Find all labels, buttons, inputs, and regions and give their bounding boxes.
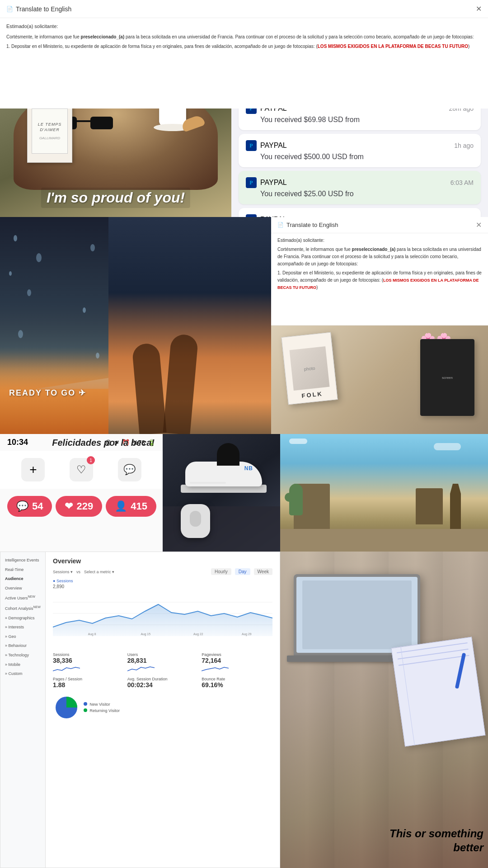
- book-title: LE TEMPS D'AIMER: [32, 122, 67, 133]
- comment-icon: 💬: [16, 500, 28, 512]
- followers-pill: 👤 415: [106, 496, 156, 517]
- stat-users: Users 28,831: [127, 652, 198, 673]
- sidebar-overview[interactable]: Overview: [4, 584, 42, 593]
- stat-bounce: Bounce Rate 69.16%: [202, 677, 272, 689]
- overview-title: Overview: [53, 557, 272, 565]
- sidebar-active-users[interactable]: Active UsersNEW: [4, 593, 42, 603]
- translate-step1: 1. Depositar en el Ministerio, su expedi…: [6, 43, 482, 50]
- stat-duration: Avg. Session Duration 00:02:34: [127, 677, 198, 689]
- close-icon[interactable]: ✕: [476, 221, 482, 229]
- add-post-button[interactable]: +: [21, 458, 45, 481]
- notif-body-4: You received $25.00 USD fro: [246, 190, 474, 198]
- notif-item-4[interactable]: P PAYPAL 6:03 AM You received $25.00 USD…: [239, 171, 481, 204]
- salutation2: Estimado(a) solicitante:: [277, 237, 482, 244]
- sidebar-intelligence[interactable]: Intelligence Events: [4, 556, 42, 565]
- sidebar-realtime[interactable]: Real-Time: [4, 565, 42, 575]
- church-tower: [450, 484, 461, 533]
- phone-screen: screen: [420, 339, 474, 416]
- messenger-button[interactable]: 💬: [118, 458, 141, 481]
- likes-pill: ❤ 229: [56, 496, 102, 517]
- notif-body-3: You received $500.00 USD from: [246, 153, 474, 161]
- translate-header: 📄 Translate to English ✕: [0, 0, 488, 18]
- cactus-arm: [285, 493, 296, 502]
- pie-legend: New Visitor Returning Visitor: [53, 694, 272, 721]
- folk-magazine: photo FOLK: [281, 332, 338, 405]
- stat-pages-session: Pages / Session 1.88: [53, 677, 124, 689]
- ready-to-go-text: READY TO GO ✈: [9, 388, 86, 398]
- translate-title2: Translate to English: [286, 222, 338, 228]
- hourly-btn[interactable]: Hourly: [211, 568, 231, 575]
- sidebar-demographics[interactable]: » Demographics: [4, 613, 42, 623]
- pie-chart: [53, 694, 80, 721]
- instagram-nav: + ♡ 1 💬: [0, 451, 163, 489]
- heart-icon: ❤: [65, 500, 73, 512]
- paypal-logo-3: P: [246, 140, 257, 151]
- paypal-logo-4: P: [246, 177, 257, 188]
- translate-body: Estimado(a) solicitante: Cortésmente, le…: [0, 18, 488, 99]
- svg-text:Aug 22: Aug 22: [193, 632, 203, 636]
- activity-badge: 1: [87, 456, 95, 464]
- sidebar-custom[interactable]: » Custom: [4, 669, 42, 679]
- metric-select[interactable]: Select a metric ▾: [84, 570, 114, 574]
- analytics-main: Overview Sessions ▾ vs Select a metric ▾…: [46, 552, 280, 726]
- sidebar-interests[interactable]: » Interests: [4, 623, 42, 632]
- week-btn[interactable]: Week: [254, 568, 272, 575]
- notif-app-4: PAYPAL: [260, 179, 447, 187]
- book-publisher: GALLIMARD: [39, 136, 60, 141]
- day-btn[interactable]: Day: [235, 568, 250, 575]
- follower-count: 415: [131, 500, 147, 512]
- analytics-cell: Intelligence Events Real-Time Audience O…: [0, 552, 280, 868]
- magazine-flowers-cell: 🌸🌸 photo FOLK screen: [271, 326, 488, 434]
- person-icon: 👤: [115, 500, 127, 512]
- svg-text:Aug 29: Aug 29: [242, 632, 252, 636]
- plane-window-photo: READY TO GO ✈: [0, 217, 108, 434]
- like-count: 229: [76, 500, 93, 512]
- sidebar-audience[interactable]: Audience: [4, 574, 42, 584]
- notebook: [391, 637, 486, 747]
- notif-item-3[interactable]: P PAYPAL 1h ago You received $500.00 USD…: [239, 134, 481, 167]
- sidebar-mobile[interactable]: » Mobile: [4, 660, 42, 670]
- analytics-sidebar: Intelligence Events Real-Time Audience O…: [0, 552, 46, 868]
- activity-button[interactable]: ♡ 1: [70, 458, 93, 481]
- airpods-case: [181, 504, 210, 538]
- year-2024-cell: 2 0 2 4: [108, 217, 271, 434]
- notif-time-4: 6:03 AM: [450, 179, 474, 186]
- stat-pageviews: Pageviews 72,164: [202, 652, 272, 673]
- comment-count: 54: [32, 500, 43, 512]
- sidebar-technology[interactable]: » Technology: [4, 651, 42, 660]
- legend-new-visitor: New Visitor: [84, 702, 120, 707]
- collage-container: LE TEMPS D'AIMER GALLIMARD I'm so proud …: [0, 0, 488, 868]
- activity-pills: 💬 54 ❤ 229 👤 415: [7, 496, 155, 517]
- svg-text:Aug 8: Aug 8: [88, 632, 96, 636]
- sessions-select[interactable]: Sessions ▾: [53, 570, 73, 574]
- city-photo-cell: [280, 434, 488, 552]
- sessions-label: ● Sessions: [53, 579, 272, 583]
- sidebar-cohort[interactable]: Cohort AnalysisNEW: [4, 603, 42, 613]
- translate-document: 📄 Translate to English ✕ Estimado(a) sol…: [0, 0, 488, 108]
- analytics-chart: Aug 8 Aug 15 Aug 22 Aug 29: [53, 591, 272, 645]
- comments-pill: 💬 54: [7, 496, 52, 517]
- stone-wall: [280, 529, 488, 552]
- notif-time-3: 1h ago: [454, 142, 474, 149]
- translate-salutation: Estimado(a) solicitante:: [6, 23, 482, 31]
- step1-text: 1. Depositar en el Ministerio, su expedi…: [277, 269, 482, 291]
- peak-value: 2,890: [53, 584, 272, 589]
- status-time: 10:34: [7, 438, 28, 447]
- analytics-stats-grid: Sessions 38,336 Users 28,831 Pageviews 7…: [53, 652, 272, 689]
- felicidades-text: Felicidades por la beca!: [48, 434, 158, 452]
- this-or-something-text: This or something better: [357, 826, 483, 854]
- chart-controls: Sessions ▾ vs Select a metric ▾ Hourly D…: [53, 568, 272, 575]
- proud-overlay-text: I'm so proud of you!: [41, 188, 190, 208]
- translate-close-icon[interactable]: ✕: [476, 5, 482, 13]
- notif-item-5[interactable]: P PAYPAL 5:57 AM: [239, 208, 481, 217]
- laptop-cell: This or something better: [280, 552, 488, 868]
- sidebar-geo[interactable]: » Geo: [4, 632, 42, 642]
- sidebar-behaviour[interactable]: » Behaviour: [4, 641, 42, 651]
- body-para1: Cortésmente, le informamos que fue prese…: [277, 246, 482, 268]
- chart-svg: Aug 8 Aug 15 Aug 22 Aug 29: [53, 591, 272, 636]
- legend-returning-visitor: Returning Visitor: [84, 708, 120, 713]
- shoes-airpods-cell: NB: [163, 434, 280, 552]
- book: LE TEMPS D'AIMER GALLIMARD: [27, 99, 72, 163]
- building-1: [416, 488, 443, 524]
- notif-app-3: PAYPAL: [260, 142, 450, 150]
